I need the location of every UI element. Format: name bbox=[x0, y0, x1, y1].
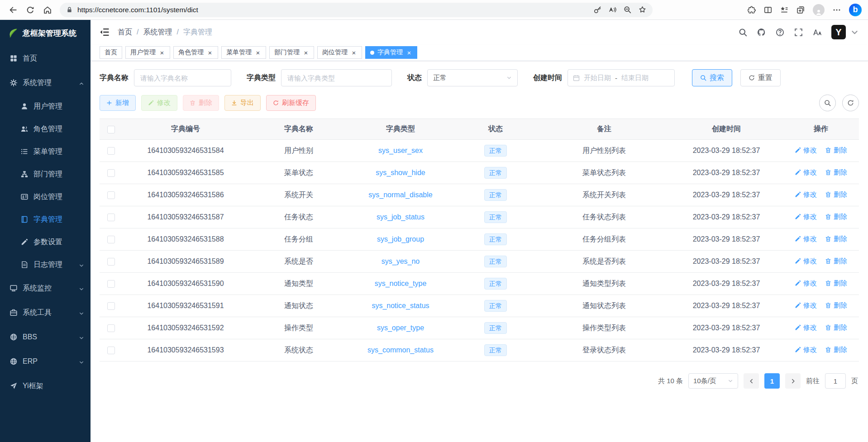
close-icon[interactable]: × bbox=[351, 49, 357, 56]
select-all-checkbox[interactable] bbox=[107, 126, 115, 133]
sidebar-item-home[interactable]: 首页 bbox=[0, 46, 91, 71]
close-icon[interactable]: × bbox=[207, 49, 213, 56]
export-button[interactable]: 导出 bbox=[224, 95, 261, 111]
row-checkbox[interactable] bbox=[107, 347, 115, 354]
page-size-select[interactable]: 10条/页 bbox=[688, 373, 738, 389]
edit-link[interactable]: 修改 bbox=[795, 213, 817, 221]
row-checkbox[interactable] bbox=[107, 302, 115, 310]
sidebar-item-dept[interactable]: 部门管理 bbox=[0, 163, 91, 185]
dict-type-link[interactable]: sys_common_status bbox=[367, 346, 434, 354]
refresh-cache-button[interactable]: 刷新缓存 bbox=[266, 95, 316, 111]
sidebar-item-monitor[interactable]: 系统监控 bbox=[0, 276, 91, 300]
avatar-caret-icon[interactable] bbox=[850, 28, 859, 37]
dict-type-link[interactable]: sys_show_hide bbox=[376, 169, 425, 176]
close-icon[interactable]: × bbox=[255, 49, 261, 56]
bing-chat-icon[interactable]: b bbox=[849, 4, 862, 16]
delete-link[interactable]: 删除 bbox=[825, 257, 847, 266]
sidebar-item-yi[interactable]: Yi框架 bbox=[0, 374, 91, 398]
collections-icon[interactable] bbox=[796, 6, 805, 14]
back-button[interactable] bbox=[5, 2, 21, 18]
delete-link[interactable]: 删除 bbox=[825, 301, 847, 310]
delete-link[interactable]: 删除 bbox=[825, 146, 847, 155]
edit-link[interactable]: 修改 bbox=[795, 323, 817, 332]
tab-dept[interactable]: 部门管理× bbox=[269, 46, 314, 59]
row-checkbox[interactable] bbox=[107, 280, 115, 288]
sidebar-item-menu[interactable]: 菜单管理 bbox=[0, 140, 91, 163]
sidebar-item-tool[interactable]: 系统工具 bbox=[0, 300, 91, 325]
password-icon[interactable] bbox=[594, 6, 601, 14]
font-size-icon[interactable] bbox=[813, 28, 821, 37]
edit-link[interactable]: 修改 bbox=[795, 346, 817, 354]
row-checkbox[interactable] bbox=[107, 191, 115, 199]
row-checkbox[interactable] bbox=[107, 324, 115, 332]
next-page-button[interactable] bbox=[785, 373, 801, 389]
refresh-table-button[interactable] bbox=[842, 95, 859, 111]
prev-page-button[interactable] bbox=[744, 373, 759, 389]
add-favorite-icon[interactable] bbox=[639, 6, 646, 14]
dict-type-link[interactable]: sys_notice_status bbox=[372, 302, 429, 309]
fullscreen-icon[interactable] bbox=[794, 28, 803, 37]
row-checkbox[interactable] bbox=[107, 214, 115, 221]
tab-role[interactable]: 角色管理× bbox=[173, 46, 218, 59]
delete-link[interactable]: 删除 bbox=[825, 168, 847, 177]
edit-link[interactable]: 修改 bbox=[795, 190, 817, 199]
row-checkbox[interactable] bbox=[107, 258, 115, 266]
dict-type-link[interactable]: sys_user_sex bbox=[378, 147, 423, 154]
sidebar-item-dict[interactable]: 字典管理 bbox=[0, 208, 91, 231]
browser-menu-icon[interactable] bbox=[833, 6, 841, 14]
breadcrumb-item-home[interactable]: 首页 bbox=[118, 28, 132, 37]
row-checkbox[interactable] bbox=[107, 236, 115, 243]
reset-button[interactable]: 重置 bbox=[740, 69, 781, 86]
row-checkbox[interactable] bbox=[107, 147, 115, 155]
status-select[interactable]: 正常 bbox=[427, 69, 518, 86]
date-range-picker[interactable]: 开始日期 - 结束日期 bbox=[568, 69, 675, 86]
delete-link[interactable]: 删除 bbox=[825, 190, 847, 199]
read-aloud-icon[interactable] bbox=[609, 6, 616, 14]
dict-type-input[interactable] bbox=[281, 69, 392, 86]
zoom-out-icon[interactable] bbox=[624, 6, 631, 14]
menu-fold-icon[interactable] bbox=[100, 27, 110, 37]
page-1-button[interactable]: 1 bbox=[764, 373, 780, 389]
github-icon[interactable] bbox=[757, 28, 766, 37]
profile-avatar[interactable] bbox=[813, 4, 825, 16]
delete-button[interactable]: 删除 bbox=[183, 95, 219, 111]
dict-type-link[interactable]: sys_job_status bbox=[377, 213, 424, 221]
tab-home[interactable]: 首页 bbox=[100, 46, 122, 59]
dict-type-link[interactable]: sys_yes_no bbox=[382, 257, 420, 265]
delete-link[interactable]: 删除 bbox=[825, 235, 847, 243]
favorites-icon[interactable] bbox=[780, 6, 788, 14]
tab-user[interactable]: 用户管理× bbox=[125, 46, 170, 59]
goto-page-input[interactable] bbox=[825, 373, 846, 389]
edit-link[interactable]: 修改 bbox=[795, 168, 817, 177]
sidebar-item-role[interactable]: 角色管理 bbox=[0, 118, 91, 140]
add-button[interactable]: 新增 bbox=[100, 95, 136, 111]
row-checkbox[interactable] bbox=[107, 169, 115, 177]
delete-link[interactable]: 删除 bbox=[825, 213, 847, 221]
breadcrumb-item-system[interactable]: 系统管理 bbox=[143, 28, 172, 37]
help-icon[interactable] bbox=[776, 28, 784, 37]
dict-type-link[interactable]: sys_oper_type bbox=[377, 324, 424, 332]
sidebar-item-bbs[interactable]: BBS bbox=[0, 325, 91, 349]
sidebar-item-log[interactable]: 日志管理 bbox=[0, 253, 91, 276]
reload-button[interactable] bbox=[23, 2, 38, 18]
search-button[interactable]: 搜索 bbox=[692, 69, 732, 86]
edit-link[interactable]: 修改 bbox=[795, 279, 817, 288]
close-icon[interactable]: × bbox=[159, 49, 165, 56]
edit-link[interactable]: 修改 bbox=[795, 235, 817, 243]
close-icon[interactable]: × bbox=[303, 49, 309, 56]
delete-link[interactable]: 删除 bbox=[825, 323, 847, 332]
address-bar[interactable]: https://ccnetcore.com:1101/system/dict bbox=[60, 3, 653, 17]
toggle-search-button[interactable] bbox=[819, 95, 836, 111]
dict-name-input[interactable] bbox=[134, 69, 231, 86]
edit-button[interactable]: 修改 bbox=[141, 95, 177, 111]
edit-link[interactable]: 修改 bbox=[795, 257, 817, 266]
sidebar-item-config[interactable]: 参数设置 bbox=[0, 231, 91, 253]
edit-link[interactable]: 修改 bbox=[795, 301, 817, 310]
dict-type-link[interactable]: sys_normal_disable bbox=[368, 191, 432, 199]
user-avatar[interactable]: Y bbox=[831, 25, 846, 39]
tab-dict[interactable]: 字典管理× bbox=[365, 46, 417, 59]
sidebar-item-system[interactable]: 系统管理 bbox=[0, 71, 91, 95]
dict-type-link[interactable]: sys_job_group bbox=[377, 235, 424, 243]
split-screen-icon[interactable] bbox=[764, 6, 772, 14]
sidebar-item-user[interactable]: 用户管理 bbox=[0, 95, 91, 118]
